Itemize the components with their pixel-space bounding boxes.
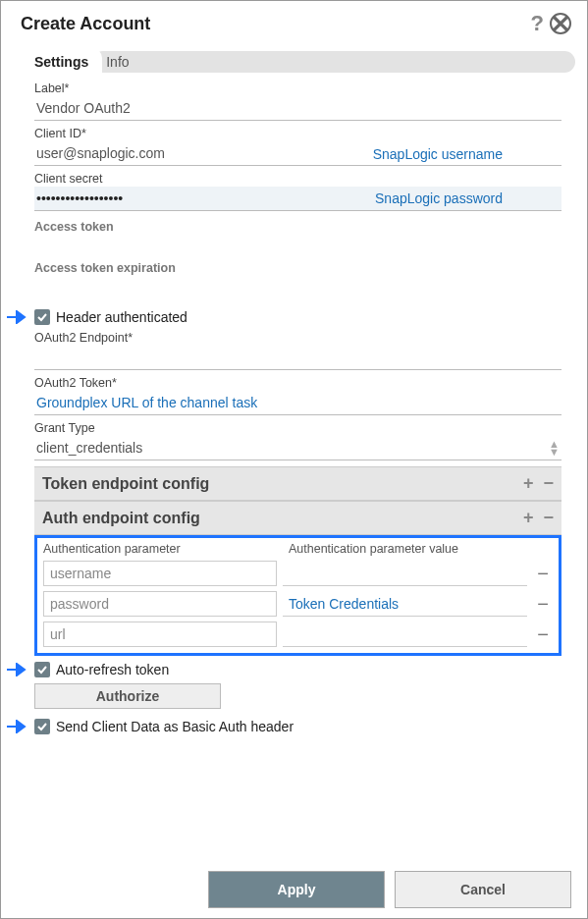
client-secret-label: Client secret: [34, 172, 561, 186]
auth-param-input[interactable]: [43, 622, 277, 647]
send-client-data-row[interactable]: Send Client Data as Basic Auth header: [34, 719, 561, 734]
plus-icon[interactable]: +: [523, 473, 534, 494]
token-endpoint-config-header[interactable]: Token endpoint config +−: [34, 466, 561, 501]
auth-row: −: [43, 622, 553, 647]
minus-icon[interactable]: −: [543, 508, 554, 528]
apply-button[interactable]: Apply: [208, 871, 385, 908]
auth-row: −: [43, 591, 553, 617]
auto-refresh-row[interactable]: Auto-refresh token: [34, 662, 561, 677]
label-input[interactable]: [34, 96, 561, 121]
header-authenticated-row[interactable]: Header authenticated: [34, 309, 561, 325]
access-token-exp-label: Access token expiration: [34, 261, 176, 275]
checkbox-checked-icon: [34, 309, 50, 325]
authorize-button[interactable]: Authorize: [34, 683, 221, 709]
remove-row-icon[interactable]: −: [533, 593, 553, 616]
checkbox-checked-icon: [34, 719, 50, 734]
remove-row-icon[interactable]: −: [533, 623, 553, 646]
auth-endpoint-config-header[interactable]: Auth endpoint config +−: [34, 501, 561, 535]
client-id-label: Client ID*: [34, 127, 561, 140]
auto-refresh-label: Auto-refresh token: [56, 662, 169, 677]
minus-icon[interactable]: −: [543, 473, 554, 494]
checkbox-checked-icon: [34, 662, 50, 677]
client-secret-input[interactable]: •••••••••••••••••• SnapLogic password: [34, 187, 561, 211]
auth-endpoint-box: Authentication parameter Authentication …: [34, 535, 561, 656]
auth-param-input[interactable]: [43, 561, 277, 586]
grant-type-label: Grant Type: [34, 421, 561, 435]
close-icon[interactable]: [550, 13, 571, 34]
stepper-icon: ▲▼: [549, 440, 560, 456]
send-client-data-label: Send Client Data as Basic Auth header: [56, 719, 294, 734]
pointer-arrow-icon: [7, 720, 30, 736]
auth-param-input[interactable]: [43, 591, 277, 617]
access-token-label: Access token: [34, 220, 114, 234]
oauth-token-label: OAuth2 Token*: [34, 376, 561, 390]
remove-row-icon[interactable]: −: [533, 563, 553, 585]
header-authenticated-label: Header authenticated: [56, 309, 187, 325]
client-id-input[interactable]: [34, 141, 561, 166]
pointer-arrow-icon: [7, 310, 30, 327]
oauth-endpoint-label: OAuth2 Endpoint*: [34, 331, 561, 345]
oauth-token-input[interactable]: [34, 391, 561, 415]
auth-value-input[interactable]: [283, 562, 527, 586]
pointer-arrow-icon: [7, 663, 30, 679]
label-label: Label*: [34, 81, 561, 95]
client-secret-hint: SnapLogic password: [375, 190, 503, 206]
auth-value-header: Authentication parameter value: [289, 542, 458, 556]
auth-value-input[interactable]: [283, 622, 527, 647]
cancel-button[interactable]: Cancel: [395, 871, 571, 908]
oauth-endpoint-input[interactable]: [34, 346, 561, 370]
tab-settings[interactable]: Settings: [21, 48, 102, 76]
auth-param-header: Authentication parameter: [43, 542, 289, 556]
plus-icon[interactable]: +: [523, 508, 534, 528]
auth-value-input[interactable]: [283, 592, 527, 617]
grant-type-select[interactable]: client_credentials ▲▼: [34, 436, 561, 460]
help-icon[interactable]: ?: [531, 11, 544, 36]
dialog-title: Create Account: [21, 14, 150, 34]
auth-row: −: [43, 561, 553, 586]
